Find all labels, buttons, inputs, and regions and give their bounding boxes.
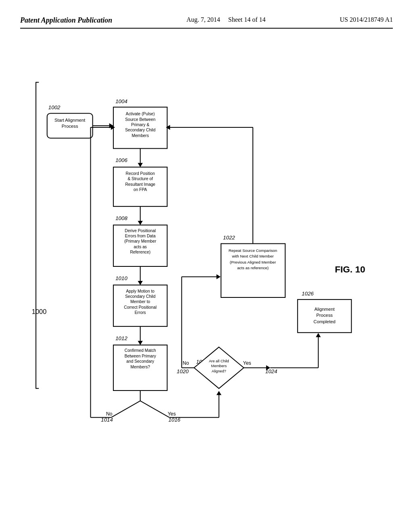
node-1004-t5: Members	[131, 133, 149, 138]
node-1012-t4: Members?	[131, 365, 150, 369]
arrowhead-yes-up	[217, 391, 221, 395]
node-1026-t3: Completed	[313, 319, 336, 324]
figure-label: FIG. 10	[335, 264, 365, 274]
label-no-1014: No	[106, 411, 113, 417]
flowchart-svg: 1000 1002 Start Alignment Process 1004 A…	[20, 33, 393, 500]
page: Patent Application Publication Aug. 7, 2…	[0, 0, 413, 532]
label-yes-1024: Yes	[243, 360, 251, 366]
line-yes-branch	[111, 401, 140, 418]
arrowhead-down-1010	[138, 281, 143, 285]
sheet-info: Sheet 14 of 14	[228, 16, 266, 23]
patent-number: US 2014/218749 A1	[340, 16, 393, 23]
label-1008: 1008	[115, 215, 127, 221]
node-1006-t2: & Structure of	[127, 177, 153, 181]
node-1018-t3: Aligned?	[212, 369, 226, 373]
label-1022: 1022	[223, 235, 235, 241]
node-1018-t2: Members	[211, 364, 227, 368]
node-1012-t1: Confirmed Match	[125, 348, 156, 353]
label-1012: 1012	[115, 335, 127, 341]
node-1022-t2: with Next Child Member	[232, 254, 274, 258]
node-1006-t4: on FPA	[133, 187, 147, 192]
node-1022-t1: Repeat Source Comparison	[229, 248, 277, 253]
patent-title: Patent Application Publication	[20, 16, 112, 25]
label-1002: 1002	[48, 104, 60, 110]
node-1006-t1: Record Position	[126, 171, 155, 176]
node-1006-t3: Resultant Image	[125, 182, 155, 187]
arrowhead-yes-1026	[316, 333, 321, 337]
label-1004: 1004	[115, 98, 127, 104]
node-1004-t3: Primary &	[131, 123, 149, 127]
node-1008-t2: Errors from Data	[125, 234, 156, 238]
node-1004-t4: Secondary Child	[125, 128, 156, 132]
node-1010-t1: Apply Motion to	[126, 289, 154, 293]
arrowhead-down-1012	[138, 341, 143, 345]
node-1022-t4: acts as reference)	[237, 266, 269, 270]
main-bracket	[36, 82, 39, 389]
label-1010: 1010	[115, 275, 127, 281]
node-1008-t1: Derive Positional	[125, 229, 156, 233]
node-1008-t4: acts as	[134, 245, 147, 249]
node-1010-t5: Errors	[135, 310, 146, 315]
page-header: Patent Application Publication Aug. 7, 2…	[20, 16, 393, 29]
node-1008-t5: Reference)	[130, 250, 150, 254]
label-1026: 1026	[302, 291, 314, 297]
label-1006: 1006	[115, 157, 127, 163]
label-1020-no: No	[183, 360, 189, 366]
arrowhead-1020-1022	[217, 274, 221, 279]
node-1012-t2: Between Primary	[125, 354, 156, 358]
node-1018-t1: Are all Child	[209, 359, 229, 363]
node-1002-text1: Start Alignment	[54, 118, 86, 123]
arrowhead-down-1006	[138, 163, 143, 167]
node-1012-t3: and Secondary	[126, 359, 154, 364]
node-1002-text2: Process	[62, 124, 78, 129]
node-1026-t2: Process	[316, 313, 333, 318]
node-1008-t3: (Primary Member	[124, 239, 156, 243]
node-1026-t1: Alignment	[314, 307, 335, 312]
line-no-branch	[140, 401, 169, 418]
label-yes-1016: Yes	[168, 411, 176, 417]
publication-date: Aug. 7, 2014	[186, 16, 220, 23]
node-1010-t4: Correct Positional	[124, 305, 156, 310]
node-1004-t1: Activate (Pulse)	[126, 112, 155, 116]
diagram-area: 1000 1002 Start Alignment Process 1004 A…	[20, 33, 393, 500]
ref-1020: 1020	[177, 368, 189, 374]
node-1004-t2: Source Between	[125, 117, 156, 122]
arrowhead-down-1008	[138, 221, 143, 225]
header-date-sheet: Aug. 7, 2014 Sheet 14 of 14	[186, 16, 265, 23]
node-1022-t3: (Previous Aligned Member	[230, 260, 276, 264]
node-1010-t2: Secondary Child	[125, 294, 156, 299]
node-1010-t3: Member to	[130, 299, 150, 304]
label-1000: 1000	[32, 308, 47, 315]
